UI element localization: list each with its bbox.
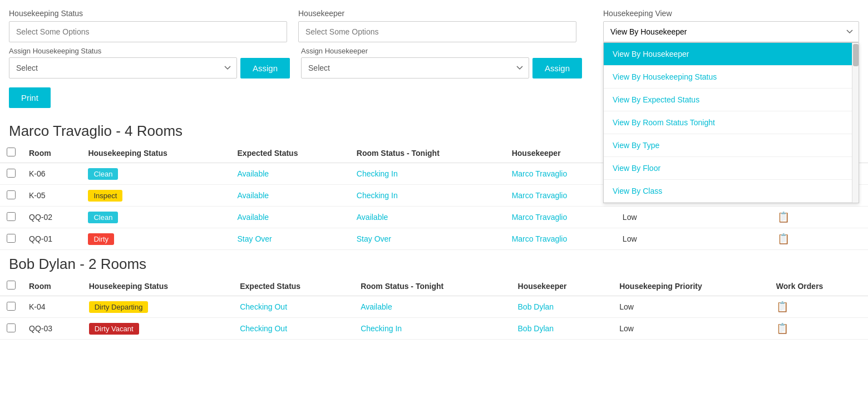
cell-room-status-tonight: Available bbox=[350, 207, 505, 228]
work-orders-icon[interactable]: 📋 bbox=[777, 212, 790, 223]
assign-housekeeper-select[interactable]: Select bbox=[301, 57, 529, 79]
work-orders-icon[interactable]: 📋 bbox=[776, 323, 788, 334]
col-housekeeper-bob: Housekeeper bbox=[511, 276, 613, 296]
room-status-tonight-link[interactable]: Stay Over bbox=[357, 234, 391, 243]
housekeeping-status-label: Housekeeping Status bbox=[9, 9, 287, 18]
cell-housekeeper: Marco Travaglio bbox=[505, 185, 616, 207]
housekeeping-status-filter: Housekeeping Status bbox=[9, 9, 287, 42]
room-status-tonight-link[interactable]: Checking In bbox=[357, 169, 398, 178]
dropdown-item-housekeeper[interactable]: View By Housekeeper bbox=[604, 43, 859, 66]
room-status-tonight-link[interactable]: Checking In bbox=[361, 324, 402, 333]
cell-room: QQ-01 bbox=[22, 228, 81, 250]
cell-work-orders: 📋 bbox=[770, 296, 868, 318]
top-filters-row: Housekeeping Status Housekeeper Housekee… bbox=[0, 0, 868, 47]
work-orders-icon[interactable]: 📋 bbox=[776, 301, 788, 312]
dropdown-item-class[interactable]: View By Class bbox=[604, 180, 859, 203]
row-checkbox[interactable] bbox=[7, 234, 16, 243]
dropdown-item-expected-status[interactable]: View By Expected Status bbox=[604, 89, 859, 111]
room-status-tonight-link[interactable]: Available bbox=[357, 213, 388, 222]
cell-expected-status: Available bbox=[231, 163, 350, 185]
cell-room-status-tonight: Checking In bbox=[350, 163, 505, 185]
expected-status-link[interactable]: Available bbox=[238, 213, 269, 222]
row-checkbox[interactable] bbox=[7, 323, 16, 332]
cell-room: K-05 bbox=[22, 185, 81, 207]
col-room-status-marco: Room Status - Tonight bbox=[350, 143, 505, 163]
housekeeper-link[interactable]: Marco Travaglio bbox=[512, 234, 568, 243]
expected-status-link[interactable]: Checking Out bbox=[240, 302, 287, 311]
housekeeping-view-select[interactable]: View By Housekeeper View By Housekeeping… bbox=[603, 21, 859, 42]
housekeeper-link[interactable]: Marco Travaglio bbox=[512, 191, 568, 200]
cell-priority: Low bbox=[613, 296, 770, 318]
cell-work-orders: 📋 bbox=[770, 318, 868, 340]
section-title-bob: Bob Dylan - 2 Rooms bbox=[0, 250, 868, 276]
cell-hk-status: Dirty Departing bbox=[82, 296, 233, 318]
assign-housekeeper-button[interactable]: Assign bbox=[532, 58, 582, 79]
table-row: QQ-02 Clean Available Available Marco Tr… bbox=[0, 207, 868, 228]
col-room-marco: Room bbox=[22, 143, 81, 163]
cell-expected-status: Checking Out bbox=[233, 318, 354, 340]
housekeeping-status-input[interactable] bbox=[9, 21, 287, 42]
cell-room-status-tonight: Stay Over bbox=[350, 228, 505, 250]
dropdown-item-hk-status[interactable]: View By Housekeeping Status bbox=[604, 66, 859, 89]
cell-work-orders: 📋 bbox=[771, 207, 868, 228]
cell-priority: Low bbox=[616, 228, 771, 250]
cell-expected-status: Available bbox=[231, 185, 350, 207]
scrollbar-thumb bbox=[853, 44, 859, 66]
housekeeper-link[interactable]: Bob Dylan bbox=[518, 324, 554, 333]
cell-housekeeper: Marco Travaglio bbox=[505, 163, 616, 185]
cell-priority: Low bbox=[613, 318, 770, 340]
housekeeping-view-wrapper: View By Housekeeper View By Housekeeping… bbox=[603, 21, 859, 42]
cell-hk-status: Inspect bbox=[81, 185, 230, 207]
housekeeper-link[interactable]: Bob Dylan bbox=[518, 302, 554, 311]
cell-room: K-04 bbox=[22, 296, 82, 318]
dropdown-item-type[interactable]: View By Type bbox=[604, 134, 859, 157]
cell-expected-status: Stay Over bbox=[231, 228, 350, 250]
col-expected-marco: Expected Status bbox=[231, 143, 350, 163]
expected-status-link[interactable]: Stay Over bbox=[238, 234, 272, 243]
housekeeping-view-dropdown: View By Housekeeper View By Housekeeping… bbox=[603, 42, 859, 203]
cell-room-status-tonight: Checking In bbox=[354, 318, 511, 340]
cell-room: K-06 bbox=[22, 163, 81, 185]
select-all-bob[interactable] bbox=[7, 281, 16, 290]
col-room-status-bob: Room Status - Tonight bbox=[354, 276, 511, 296]
row-checkbox[interactable] bbox=[7, 302, 16, 311]
table-row: QQ-01 Dirty Stay Over Stay Over Marco Tr… bbox=[0, 228, 868, 250]
room-status-tonight-link[interactable]: Available bbox=[361, 302, 392, 311]
housekeeper-filter: Housekeeper bbox=[298, 9, 576, 42]
dropdown-item-room-status-tonight[interactable]: View By Room Status Tonight bbox=[604, 111, 859, 134]
assign-hk-status-button[interactable]: Assign bbox=[240, 58, 290, 79]
cell-hk-status: Clean bbox=[81, 163, 230, 185]
col-hk-status-marco: Housekeeping Status bbox=[81, 143, 230, 163]
row-checkbox[interactable] bbox=[7, 212, 16, 221]
col-room-bob: Room bbox=[22, 276, 82, 296]
cell-room-status-tonight: Available bbox=[354, 296, 511, 318]
housekeeper-link[interactable]: Marco Travaglio bbox=[512, 169, 568, 178]
expected-status-link[interactable]: Available bbox=[238, 169, 269, 178]
print-button[interactable]: Print bbox=[9, 87, 51, 108]
expected-status-link[interactable]: Available bbox=[238, 191, 269, 200]
expected-status-link[interactable]: Checking Out bbox=[240, 324, 287, 333]
assign-hk-status-label: Assign Housekeeping Status bbox=[9, 47, 290, 55]
row-checkbox[interactable] bbox=[7, 190, 16, 199]
select-all-marco[interactable] bbox=[7, 148, 16, 156]
assign-housekeeper-row: Select Assign bbox=[301, 57, 582, 79]
housekeeper-input[interactable] bbox=[298, 21, 576, 42]
cell-hk-status: Dirty bbox=[81, 228, 230, 250]
cell-expected-status: Available bbox=[231, 207, 350, 228]
work-orders-icon[interactable]: 📋 bbox=[777, 233, 790, 244]
cell-work-orders: 📋 bbox=[771, 228, 868, 250]
assign-hk-status-select[interactable]: Select bbox=[9, 57, 237, 79]
dropdown-item-floor[interactable]: View By Floor bbox=[604, 157, 859, 180]
col-hk-status-bob: Housekeeping Status bbox=[82, 276, 233, 296]
row-checkbox[interactable] bbox=[7, 169, 16, 178]
room-status-tonight-link[interactable]: Checking In bbox=[357, 191, 398, 200]
assign-hk-status-row: Select Assign bbox=[9, 57, 290, 79]
cell-expected-status: Checking Out bbox=[233, 296, 354, 318]
assign-hk-status-group: Assign Housekeeping Status Select Assign bbox=[9, 47, 290, 79]
col-housekeeper-marco: Housekeeper bbox=[505, 143, 616, 163]
housekeeping-view-label: Housekeeping View bbox=[603, 9, 859, 18]
cell-room-status-tonight: Checking In bbox=[350, 185, 505, 207]
table-bob: Room Housekeeping Status Expected Status… bbox=[0, 276, 868, 340]
dropdown-scrollbar[interactable] bbox=[852, 43, 859, 203]
housekeeper-link[interactable]: Marco Travaglio bbox=[512, 213, 568, 222]
